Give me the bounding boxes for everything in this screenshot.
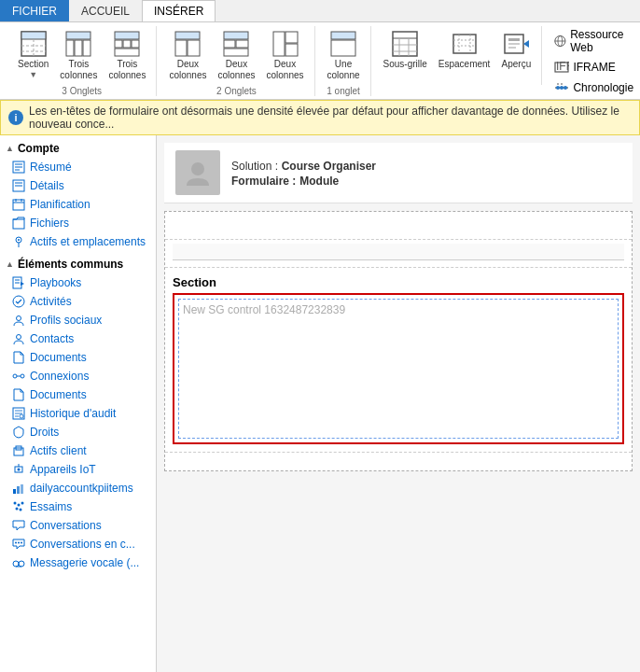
page-icon bbox=[11, 160, 26, 175]
calendar-icon bbox=[11, 197, 26, 212]
rights-icon bbox=[11, 425, 26, 440]
chronologie-icon bbox=[554, 80, 569, 95]
btn-apercu[interactable]: Aperçu bbox=[496, 26, 536, 73]
ribbon-group-2onglets: Deuxcolonnes Deuxcolonnes bbox=[159, 26, 314, 96]
btn-ressource-web[interactable]: Ressource Web bbox=[550, 26, 638, 56]
sidebar-item-dailyaccountkpiitems[interactable]: dailyaccountkpiitems bbox=[0, 479, 156, 497]
sidebar-item-contacts[interactable]: Contacts bbox=[0, 329, 156, 348]
sidebar-item-planification[interactable]: Planification bbox=[0, 195, 156, 214]
sidebar-item-connexions-label: Connexions bbox=[30, 370, 89, 383]
svg-rect-6 bbox=[66, 40, 74, 56]
form-header: Solution : Course Organiser Formulaire :… bbox=[164, 143, 633, 203]
sidebar-item-resume-label: Résumé bbox=[30, 161, 72, 174]
social-icon bbox=[11, 313, 26, 328]
btn-trois-colonnes-1[interactable]: Troiscolonnes bbox=[55, 26, 102, 84]
sidebar-item-documents-1[interactable]: Documents bbox=[0, 348, 156, 367]
btn-section[interactable]: Section ▼ bbox=[13, 26, 53, 82]
sidebar-item-essaims-label: Essaims bbox=[30, 500, 72, 513]
sidebar-item-conversations[interactable]: Conversations bbox=[0, 516, 156, 535]
svg-rect-11 bbox=[123, 40, 131, 48]
tab-fichier[interactable]: FICHIER bbox=[0, 0, 69, 21]
svg-point-90 bbox=[18, 469, 21, 471]
sidebar-item-historique-audit[interactable]: Historique d'audit bbox=[0, 404, 156, 423]
sidebar-item-messagerie-vocale[interactable]: Messagerie vocale (... bbox=[0, 553, 156, 572]
playbooks-icon bbox=[11, 275, 26, 290]
svg-rect-69 bbox=[13, 219, 24, 229]
conn-icon bbox=[11, 369, 26, 384]
une-colonne-icon bbox=[330, 31, 356, 57]
form-bottom bbox=[165, 452, 632, 470]
solution-value: Course Organiser bbox=[282, 160, 376, 173]
deux-colonnes-3-icon bbox=[272, 31, 299, 57]
sidebar-item-playbooks[interactable]: Playbooks bbox=[0, 273, 156, 292]
svg-rect-1 bbox=[21, 32, 46, 39]
trois-colonnes-2-icon bbox=[114, 31, 140, 57]
btn-deux-colonnes-2[interactable]: Deuxcolonnes bbox=[213, 26, 259, 84]
sidebar-item-essaims[interactable]: Essaims bbox=[0, 497, 156, 516]
svg-point-101 bbox=[18, 542, 20, 544]
btn-trois-colonnes-2[interactable]: Troiscolonnes bbox=[104, 26, 150, 84]
sidebar-section-compte-header[interactable]: Compte bbox=[0, 139, 156, 158]
web-icon bbox=[554, 34, 566, 49]
sidebar-item-details[interactable]: Détails bbox=[0, 176, 156, 195]
btn-une-colonne[interactable]: Unecolonne bbox=[323, 26, 365, 84]
form-body: Section New SG control 1632487232839 bbox=[164, 211, 633, 471]
btn-chronologie-label: Chronologie bbox=[573, 81, 633, 94]
btn-deux-colonnes-1-label: Deuxcolonnes bbox=[169, 59, 206, 81]
tab-accueil[interactable]: ACCUEIL bbox=[69, 0, 142, 21]
section-label: Section bbox=[173, 275, 624, 289]
btn-espacement[interactable]: Espacement bbox=[434, 26, 495, 73]
btn-chronologie[interactable]: Chronologie bbox=[550, 78, 638, 97]
section-box[interactable]: New SG control 1632487232839 bbox=[173, 293, 624, 444]
svg-point-97 bbox=[21, 502, 24, 505]
sidebar-item-actifs-client[interactable]: Actifs client bbox=[0, 441, 156, 460]
sidebar-item-documents-2[interactable]: Documents bbox=[0, 385, 156, 404]
form-name: Formulaire : Module bbox=[231, 173, 376, 188]
sidebar-item-conversations-en-c[interactable]: Conversations en c... bbox=[0, 535, 156, 553]
sidebar-item-actifs-emplacements[interactable]: Actifs et emplacements bbox=[0, 232, 156, 251]
info-bar-message: Les en-têtes de formulaire ont désormais… bbox=[29, 105, 632, 131]
sidebar-section-elements-communs-header[interactable]: Éléments communs bbox=[0, 255, 156, 273]
main-layout: Compte Résumé Détails Planification bbox=[0, 135, 640, 672]
btn-iframe[interactable]: IFR IFRAME bbox=[550, 58, 619, 77]
sidebar-item-activites[interactable]: Activités bbox=[0, 292, 156, 311]
btn-une-colonne-label: Unecolonne bbox=[327, 59, 360, 81]
section-container: Section New SG control 1632487232839 bbox=[165, 268, 632, 452]
sidebar-item-fichiers[interactable]: Fichiers bbox=[0, 214, 156, 232]
btn-deux-colonnes-3[interactable]: Deuxcolonnes bbox=[261, 26, 308, 84]
svg-rect-5 bbox=[66, 32, 90, 39]
sidebar-section-compte: Compte Résumé Détails Planification bbox=[0, 139, 156, 251]
sidebar-item-resume[interactable]: Résumé bbox=[0, 158, 156, 176]
form-field-row-1 bbox=[165, 212, 632, 240]
form-input-field[interactable] bbox=[173, 244, 624, 260]
sidebar-item-documents-1-label: Documents bbox=[30, 351, 87, 364]
kpi-icon bbox=[11, 481, 26, 496]
sidebar-item-profils-sociaux[interactable]: Profils sociaux bbox=[0, 311, 156, 329]
ribbon-tabs: FICHIER ACCUEIL INSÉRER bbox=[0, 0, 640, 22]
btn-sous-grille[interactable]: Sous-grille bbox=[379, 26, 432, 73]
sidebar-item-connexions[interactable]: Connexions bbox=[0, 367, 156, 385]
content-area: Solution : Course Organiser Formulaire :… bbox=[157, 135, 640, 672]
sidebar-item-contacts-label: Contacts bbox=[30, 332, 74, 345]
btn-deux-colonnes-1[interactable]: Deuxcolonnes bbox=[164, 26, 211, 84]
sidebar-item-appareils-iot[interactable]: Appareils IoT bbox=[0, 460, 156, 479]
svg-rect-16 bbox=[188, 40, 200, 56]
section-icon bbox=[21, 31, 47, 57]
svg-rect-92 bbox=[13, 489, 16, 494]
svg-rect-24 bbox=[331, 32, 355, 39]
iot-icon bbox=[11, 462, 26, 477]
ribbon-group-2onglets-label: 2 Onglets bbox=[216, 86, 257, 96]
info-bar: i Les en-têtes de formulaire ont désorma… bbox=[0, 100, 640, 135]
svg-rect-7 bbox=[75, 40, 82, 56]
svg-rect-93 bbox=[17, 486, 20, 494]
sidebar-item-droits[interactable]: Droits bbox=[0, 423, 156, 441]
svg-rect-14 bbox=[175, 32, 200, 39]
tab-inserer[interactable]: INSÉRER bbox=[142, 0, 216, 21]
svg-rect-12 bbox=[132, 40, 139, 48]
section-box-inner: New SG control 1632487232839 bbox=[178, 299, 619, 439]
svg-point-48 bbox=[556, 86, 560, 90]
doc-icon bbox=[11, 350, 26, 365]
ribbon-group-side: Ressource Web IFR IFRAME bbox=[544, 26, 638, 97]
sous-grille-icon bbox=[392, 31, 418, 57]
svg-rect-20 bbox=[224, 49, 248, 56]
